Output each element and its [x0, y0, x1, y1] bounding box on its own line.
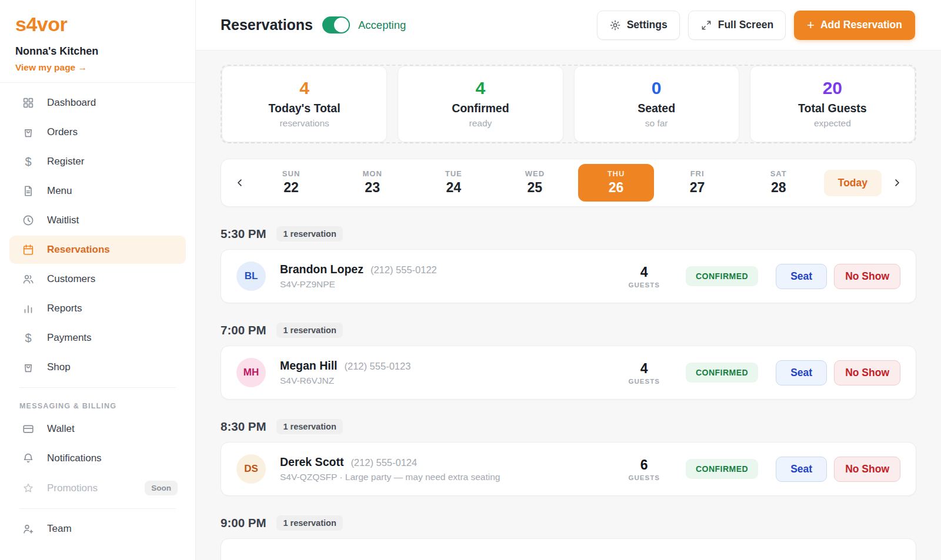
- guest-info: Derek Scott (212) 555-0124 S4V-QZQSFP · …: [280, 455, 500, 482]
- document-icon: [21, 184, 35, 198]
- reservation-card[interactable]: MH Megan Hill (212) 555-0123 S4V-R6VJNZ …: [221, 346, 916, 400]
- reservation-code: S4V-R6VJNZ: [280, 375, 411, 386]
- plus-icon: +: [807, 18, 815, 33]
- header-actions: Settings Full Screen + Add Reservation: [597, 11, 915, 40]
- no-show-button[interactable]: No Show: [834, 264, 900, 289]
- brand-block: s4vor Nonna's Kitchen View my page →: [0, 0, 195, 82]
- day-cell-wed-25[interactable]: WED 25: [497, 164, 572, 202]
- seat-button[interactable]: Seat: [776, 264, 827, 289]
- reservation-count-badge: 1 reservation: [276, 323, 342, 338]
- people-icon: [21, 272, 35, 286]
- sidebar-item-dashboard[interactable]: Dashboard: [9, 89, 186, 117]
- sidebar-item-label: Notifications: [47, 452, 102, 464]
- stat-label: Total Guests: [750, 102, 915, 115]
- status-badge: CONFIRMED: [686, 459, 758, 479]
- accepting-label: Accepting: [358, 19, 406, 32]
- guest-count-value: 4: [629, 361, 660, 377]
- time-group-header: 8:30 PM 1 reservation: [221, 419, 916, 434]
- gear-icon: [609, 19, 621, 31]
- fullscreen-label: Full Screen: [718, 19, 773, 31]
- person-add-icon: [21, 522, 35, 536]
- day-of-week: MON: [335, 169, 410, 178]
- stats-row: 4 Today's Total reservations 4 Confirmed…: [221, 65, 916, 143]
- day-cell-fri-27[interactable]: FRI 27: [660, 164, 735, 202]
- sidebar-item-label: Wallet: [47, 423, 75, 435]
- sidebar-item-orders[interactable]: Orders: [9, 118, 186, 146]
- seat-button[interactable]: Seat: [776, 457, 827, 482]
- date-picker: SUN 22 MON 23 TUE 24 WED 25 THU 26: [221, 159, 916, 207]
- sidebar-item-reservations[interactable]: Reservations: [9, 236, 186, 264]
- day-number: 26: [578, 180, 653, 196]
- guest-phone: (212) 555-0124: [351, 457, 417, 468]
- time-group-830pm: 8:30 PM 1 reservation DS Derek Scott (21…: [221, 419, 916, 496]
- sidebar-item-label: Customers: [47, 273, 95, 285]
- sidebar-item-wallet[interactable]: Wallet: [9, 415, 186, 443]
- day-number: 25: [497, 180, 572, 196]
- sidebar-item-label: Promotions: [47, 482, 98, 494]
- time-group-header: 9:00 PM 1 reservation: [221, 515, 916, 531]
- guest-count-value: 4: [629, 264, 660, 280]
- day-cell-tue-24[interactable]: TUE 24: [416, 164, 491, 202]
- sidebar: s4vor Nonna's Kitchen View my page → Das…: [0, 0, 196, 560]
- guest-phone: (212) 555-0122: [371, 264, 437, 276]
- settings-button[interactable]: Settings: [597, 11, 680, 40]
- guest-count: 6 GUESTS: [629, 457, 660, 481]
- stat-label: Today's Total: [222, 102, 386, 115]
- sidebar-item-payments[interactable]: $ Payments: [9, 324, 186, 352]
- accepting-toggle[interactable]: [322, 16, 350, 33]
- reservation-count-badge: 1 reservation: [276, 515, 342, 531]
- stat-sublabel: reservations: [222, 118, 386, 129]
- sidebar-item-register[interactable]: $ Register: [9, 147, 186, 176]
- sidebar-item-promotions[interactable]: Promotions Soon: [9, 474, 186, 502]
- sidebar-item-waitlist[interactable]: Waitlist: [9, 206, 186, 234]
- day-cell-mon-23[interactable]: MON 23: [335, 164, 410, 202]
- dollar-icon: $: [21, 331, 35, 345]
- guest-count-label: GUESTS: [629, 281, 660, 289]
- reservation-code: S4V-PZ9NPE: [280, 279, 437, 290]
- stat-card-total-guests: 20 Total Guests expected: [750, 66, 915, 142]
- day-cell-sun-22[interactable]: SUN 22: [253, 164, 329, 202]
- today-button[interactable]: Today: [824, 170, 882, 196]
- stat-value: 4: [398, 78, 562, 98]
- status-badge: CONFIRMED: [686, 363, 758, 383]
- day-cell-thu-26-selected[interactable]: THU 26: [578, 164, 653, 202]
- chevron-right-icon[interactable]: [886, 172, 907, 193]
- reservation-code: S4V-QZQSFP · Large party — may need extr…: [280, 472, 500, 482]
- clock-icon: [21, 213, 35, 227]
- view-my-page-link[interactable]: View my page →: [15, 62, 87, 73]
- reservation-count-badge: 1 reservation: [276, 226, 342, 242]
- avatar: BL: [236, 261, 266, 291]
- sidebar-item-menu[interactable]: Menu: [9, 177, 186, 205]
- sidebar-item-label: Register: [47, 156, 84, 167]
- dollar-icon: $: [21, 155, 35, 169]
- stat-label: Confirmed: [398, 102, 562, 115]
- reservation-count-badge: 1 reservation: [276, 419, 342, 434]
- soon-badge: Soon: [145, 481, 178, 495]
- sidebar-item-label: Reports: [47, 303, 82, 314]
- sidebar-item-notifications[interactable]: Notifications: [9, 444, 186, 472]
- shopping-bag-icon: [21, 125, 35, 139]
- no-show-button[interactable]: No Show: [834, 457, 900, 482]
- sidebar-item-shop[interactable]: Shop: [9, 353, 186, 381]
- sidebar-item-team[interactable]: Team: [9, 515, 186, 543]
- sidebar-divider: [19, 508, 176, 509]
- reservation-card[interactable]: BL Brandon Lopez (212) 555-0122 S4V-PZ9N…: [221, 249, 916, 303]
- fullscreen-button[interactable]: Full Screen: [688, 11, 786, 40]
- sidebar-section-label: MESSAGING & BILLING: [0, 394, 195, 414]
- add-reservation-button[interactable]: + Add Reservation: [794, 11, 915, 40]
- stat-value: 20: [750, 78, 915, 98]
- guest-count: 4 GUESTS: [629, 361, 660, 385]
- sidebar-item-reports[interactable]: Reports: [9, 294, 186, 323]
- time-group-700pm: 7:00 PM 1 reservation MH Megan Hill (212…: [221, 323, 916, 400]
- day-cell-sat-28[interactable]: SAT 28: [741, 164, 816, 202]
- day-of-week: THU: [578, 169, 653, 178]
- reservation-card[interactable]: [221, 538, 916, 560]
- chevron-left-icon[interactable]: [229, 172, 251, 193]
- no-show-button[interactable]: No Show: [834, 360, 900, 385]
- star-icon: [21, 481, 35, 495]
- time-group-900pm: 9:00 PM 1 reservation: [221, 515, 916, 560]
- seat-button[interactable]: Seat: [776, 360, 827, 385]
- reservation-card[interactable]: DS Derek Scott (212) 555-0124 S4V-QZQSFP…: [221, 442, 916, 496]
- sidebar-item-customers[interactable]: Customers: [9, 265, 186, 293]
- guest-count-label: GUESTS: [629, 378, 660, 385]
